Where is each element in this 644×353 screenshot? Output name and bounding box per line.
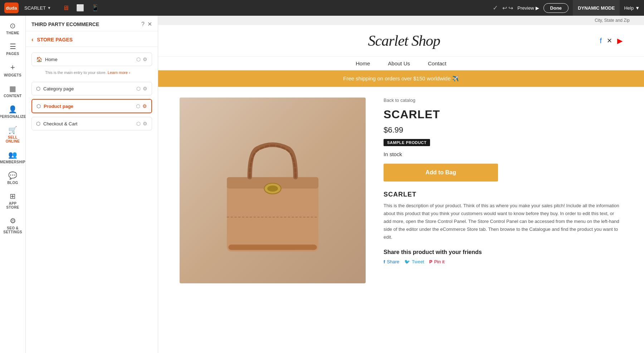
add-to-bag-button[interactable]: Add to Bag (384, 164, 498, 182)
preview-category-icon[interactable]: ⬡ (136, 86, 141, 91)
help-circle-icon[interactable]: ? (141, 21, 145, 28)
svg-rect-5 (228, 244, 317, 250)
category-page-actions: ⬡ ⚙ (136, 86, 147, 91)
twitter-share-icon: 🐦 (404, 259, 410, 264)
nav-item-home[interactable]: Home (356, 60, 370, 66)
share-buttons: f Share 🐦 Tweet P Pin it (384, 259, 623, 264)
mobile-device-btn[interactable]: 📱 (88, 3, 102, 13)
site-social: f ✕ ▶ (600, 36, 623, 45)
sidebar-item-label: CONTENT (4, 94, 21, 98)
sidebar-item-membership[interactable]: 👥 MEMBERSHIP (1, 148, 25, 167)
facebook-share-button[interactable]: f Share (384, 259, 399, 264)
ecommerce-panel: THIRD PARTY ECOMMERCE ? ✕ ‹ STORE PAGES … (26, 16, 158, 353)
help-button[interactable]: Help ▼ (624, 5, 640, 11)
product-price: $6.99 (384, 125, 623, 135)
pages-list: 🏠 Home ⬡ ⚙ This is the main entry to you… (26, 47, 158, 136)
product-name: SCARLET (384, 108, 623, 121)
shipping-banner: Free shipping on orders over $150 worldw… (158, 70, 644, 87)
settings-category-icon[interactable]: ⚙ (143, 86, 147, 91)
twitter-x-icon[interactable]: ✕ (607, 37, 612, 45)
settings-page-icon[interactable]: ⚙ (143, 56, 147, 62)
store-pages-title: STORE PAGES (37, 37, 73, 43)
back-to-catalog-link[interactable]: Back to catalog (384, 98, 623, 103)
nav-item-about[interactable]: About Us (388, 60, 410, 66)
twitter-share-button[interactable]: 🐦 Tweet (404, 259, 424, 264)
page-item-product[interactable]: ⬡ Product page ⬡ ⚙ (31, 99, 152, 113)
panel-header-icons: ? ✕ (141, 21, 152, 28)
facebook-icon[interactable]: f (600, 37, 602, 45)
pages-icon: ☰ (10, 42, 16, 51)
sidebar-item-personalize[interactable]: 👤 PERSONALIZE (1, 102, 25, 121)
youtube-icon[interactable]: ▶ (617, 36, 623, 45)
duda-logo: duda (4, 3, 19, 13)
pinterest-share-button[interactable]: P Pin it (429, 259, 445, 264)
device-icons: 🖥 ⬜ 📱 (60, 3, 102, 13)
share-title: Share this product with your friends (384, 249, 623, 255)
settings-product-icon[interactable]: ⚙ (142, 103, 147, 109)
address-text: City, State and Zip (595, 18, 630, 23)
check-icon: ✓ (493, 4, 498, 12)
sidebar-item-widgets[interactable]: + WIDGETS (1, 60, 25, 80)
preview-button[interactable]: Preview ▶ (517, 5, 539, 11)
sidebar-item-pages[interactable]: ☰ PAGES (1, 39, 25, 59)
learn-more-link[interactable]: Learn more › (108, 70, 130, 75)
site-nav: Home About Us Contact (158, 56, 644, 70)
twitter-share-label: Tweet (412, 259, 424, 264)
preview-label: Preview (517, 5, 534, 11)
sidebar-item-label: MEMBERSHIP (0, 160, 25, 164)
category-page-icon: ⬡ (36, 86, 40, 91)
product-section: Back to catalog SCARLET $6.99 SAMPLE PRO… (158, 87, 644, 294)
product-details: Back to catalog SCARLET $6.99 SAMPLE PRO… (366, 98, 623, 283)
undo-button[interactable]: ↩ (502, 5, 507, 11)
settings-checkout-icon[interactable]: ⚙ (143, 121, 147, 126)
home-page-actions: ⬡ ⚙ (136, 56, 147, 62)
preview-product-icon[interactable]: ⬡ (136, 103, 140, 109)
sidebar-item-blog[interactable]: 💬 BLOG (1, 168, 25, 188)
panel-title: THIRD PARTY ECOMMERCE (31, 21, 99, 27)
page-item-home[interactable]: 🏠 Home ⬡ ⚙ (31, 53, 152, 66)
sample-product-badge: SAMPLE PRODUCT (384, 139, 430, 146)
tablet-device-btn[interactable]: ⬜ (73, 3, 87, 13)
home-note: This is the main entry to your store. Le… (31, 70, 152, 78)
sidebar-item-theme[interactable]: ⊙ THEME (1, 19, 25, 38)
sidebar-item-content[interactable]: ▦ CONTENT (1, 81, 25, 101)
preview-page-icon[interactable]: ⬡ (136, 56, 141, 62)
site-name: SCARLET (24, 5, 46, 11)
sidebar-item-seo-settings[interactable]: ⚙ SEO & SETTINGS (1, 214, 25, 237)
chevron-down-icon: ▼ (47, 6, 51, 10)
svg-point-3 (267, 185, 278, 192)
bag-svg (215, 115, 330, 265)
desktop-device-btn[interactable]: 🖥 (60, 3, 72, 13)
preview-checkout-icon[interactable]: ⬡ (136, 121, 141, 126)
page-item-category[interactable]: ⬡ Category page ⬡ ⚙ (31, 82, 152, 95)
logo-text: Scarlet Shop (368, 33, 440, 49)
checkout-page-name: Checkout & Cart (43, 121, 133, 126)
site-name-wrapper[interactable]: SCARLET ▼ (24, 5, 51, 11)
app-store-icon: ⊞ (10, 192, 16, 200)
nav-item-contact[interactable]: Contact (428, 60, 447, 66)
sidebar-item-app-store[interactable]: ⊞ APP STORE (1, 189, 25, 212)
sidebar-item-label: SELL ONLINE (2, 135, 24, 143)
redo-button[interactable]: ↪ (508, 5, 513, 11)
dynamic-mode-button[interactable]: DYNAMIC MODE (573, 0, 620, 16)
product-page-actions: ⬡ ⚙ (136, 103, 147, 109)
done-button[interactable]: Done (543, 3, 569, 13)
facebook-share-icon: f (384, 259, 385, 264)
sidebar-item-label: PAGES (6, 52, 19, 56)
seo-settings-icon: ⚙ (10, 217, 16, 225)
site-logo: Scarlet Shop (368, 32, 440, 49)
back-arrow-icon[interactable]: ‹ (31, 36, 33, 43)
product-image (180, 98, 366, 283)
close-icon[interactable]: ✕ (147, 21, 152, 28)
main-layout: ⊙ THEME ☰ PAGES + WIDGETS ▦ CONTENT 👤 PE… (0, 16, 644, 353)
help-label: Help (624, 5, 634, 11)
sidebar-item-label: BLOG (7, 181, 18, 185)
page-item-checkout[interactable]: ⬡ Checkout & Cart ⬡ ⚙ (31, 117, 152, 130)
top-bar: duda SCARLET ▼ 🖥 ⬜ 📱 ✓ ↩ ↪ Preview ▶ Don… (0, 0, 644, 16)
product-desc-title: SCARLET (384, 191, 623, 198)
sidebar-item-sell-online[interactable]: 🛒 SELL ONLINE (1, 123, 25, 146)
play-icon: ▶ (536, 5, 539, 11)
chevron-down-icon: ▼ (635, 5, 640, 11)
home-page-name: Home (45, 57, 133, 62)
checkout-page-actions: ⬡ ⚙ (136, 121, 147, 126)
